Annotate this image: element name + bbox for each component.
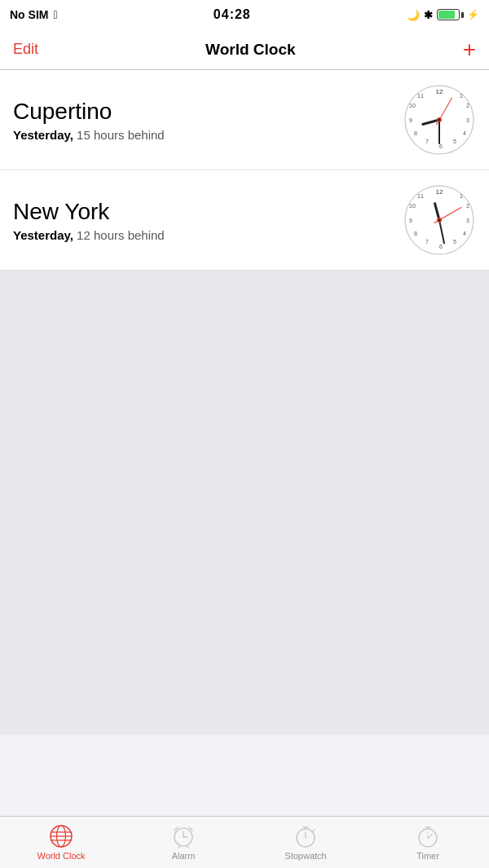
clock-item-cupertino: Cupertino Yesterday, 15 hours behind 12 … <box>0 70 489 170</box>
time-info-newyork: Yesterday, 12 hours behind <box>13 228 403 242</box>
clock-info-newyork: New York Yesterday, 12 hours behind <box>13 198 403 243</box>
stopwatch-icon <box>293 824 318 848</box>
add-button[interactable]: + <box>463 38 476 61</box>
moon-icon: 🌙 <box>407 9 420 21</box>
timer-tab-label: Timer <box>416 851 439 861</box>
analog-clock-newyork: 12 1 2 3 4 5 6 7 8 9 10 11 <box>403 183 476 257</box>
alarm-tab-label: Alarm <box>172 851 196 861</box>
timer-icon <box>416 824 440 848</box>
svg-text:2: 2 <box>466 203 469 209</box>
status-left: No SIM  <box>10 8 58 21</box>
alarm-icon <box>171 824 196 848</box>
battery-indicator: ⚡ <box>437 9 479 20</box>
svg-text:11: 11 <box>417 93 424 99</box>
svg-text:3: 3 <box>466 117 469 123</box>
tab-timer[interactable]: Timer <box>367 824 489 861</box>
svg-text:11: 11 <box>417 193 424 199</box>
svg-text:9: 9 <box>409 117 412 123</box>
clock-list: Cupertino Yesterday, 15 hours behind 12 … <box>0 70 489 271</box>
svg-text:6: 6 <box>439 143 443 149</box>
city-name-newyork: New York <box>13 198 403 226</box>
bluetooth-icon: ✱ <box>424 9 433 21</box>
svg-line-54 <box>428 835 432 838</box>
svg-text:10: 10 <box>409 103 416 108</box>
tab-alarm[interactable]: Alarm <box>122 824 244 861</box>
svg-text:7: 7 <box>425 239 429 245</box>
status-time: 04:28 <box>214 7 251 22</box>
navigation-bar: Edit World Clock + <box>0 29 489 70</box>
svg-point-35 <box>438 219 441 222</box>
svg-text:3: 3 <box>466 218 469 223</box>
svg-text:1: 1 <box>460 93 463 99</box>
svg-text:8: 8 <box>414 231 417 236</box>
svg-text:4: 4 <box>463 231 466 236</box>
svg-text:9: 9 <box>409 218 412 223</box>
svg-point-17 <box>438 119 441 121</box>
time-info-cupertino: Yesterday, 15 hours behind <box>13 128 403 142</box>
svg-text:6: 6 <box>439 244 443 249</box>
svg-text:2: 2 <box>466 103 469 108</box>
wifi-icon:  <box>53 8 57 21</box>
clock-info-cupertino: Cupertino Yesterday, 15 hours behind <box>13 98 403 143</box>
svg-text:5: 5 <box>453 239 456 245</box>
status-right: 🌙 ✱ ⚡ <box>407 9 479 21</box>
svg-text:5: 5 <box>453 139 456 144</box>
svg-text:4: 4 <box>463 130 466 136</box>
svg-line-47 <box>187 846 188 848</box>
empty-content-area <box>0 271 489 735</box>
world-clock-icon <box>49 824 73 848</box>
tab-stopwatch[interactable]: Stopwatch <box>244 824 367 861</box>
world-clock-tab-label: World Clock <box>37 851 85 861</box>
carrier-label: No SIM <box>10 8 48 21</box>
svg-text:12: 12 <box>436 188 443 196</box>
svg-text:10: 10 <box>409 203 416 209</box>
clock-item-newyork: New York Yesterday, 12 hours behind 12 1… <box>0 170 489 271</box>
status-bar: No SIM  04:28 🌙 ✱ ⚡ <box>0 0 489 29</box>
svg-text:8: 8 <box>414 130 417 136</box>
tab-world-clock[interactable]: World Clock <box>0 824 122 861</box>
svg-line-46 <box>178 846 180 848</box>
city-name-cupertino: Cupertino <box>13 98 403 126</box>
svg-text:12: 12 <box>436 88 443 95</box>
svg-line-52 <box>313 830 315 831</box>
edit-button[interactable]: Edit <box>13 41 38 58</box>
nav-title: World Clock <box>205 41 296 59</box>
analog-clock-cupertino: 12 1 2 3 4 5 6 7 8 9 10 11 <box>403 83 476 156</box>
svg-text:1: 1 <box>460 193 463 199</box>
stopwatch-tab-label: Stopwatch <box>284 851 326 861</box>
tab-bar: World Clock Alarm <box>0 816 489 868</box>
svg-text:7: 7 <box>425 139 429 144</box>
